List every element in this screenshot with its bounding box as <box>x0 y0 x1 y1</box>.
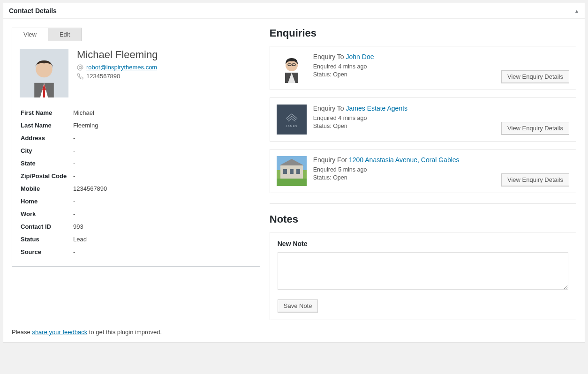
profile-info: Michael Fleeming robot@inspirythemes.com… <box>77 49 158 97</box>
detail-label: Contact ID <box>21 221 72 232</box>
table-row: StatusLead <box>21 233 251 245</box>
enquiry-prefix: Enquiry For <box>313 156 347 164</box>
footer-after: to get this plugin improved. <box>87 329 162 336</box>
detail-value: - <box>73 132 251 144</box>
enquiries-heading: Enquiries <box>270 27 576 39</box>
enquiry-thumbnail <box>277 53 307 83</box>
email-line: robot@inspirythemes.com <box>77 64 158 71</box>
svg-rect-22 <box>277 179 307 186</box>
table-row: Home- <box>21 195 251 207</box>
svg-rect-13 <box>277 105 307 135</box>
panel-body: View Edit <box>3 19 585 329</box>
table-row: Last NameFleeming <box>21 120 251 131</box>
detail-label: Work <box>21 208 72 220</box>
detail-value: - <box>73 170 251 182</box>
tab-edit[interactable]: Edit <box>48 28 82 41</box>
panel-title: Contact Details <box>9 7 57 15</box>
table-row: Mobile1234567890 <box>21 183 251 194</box>
svg-rect-21 <box>296 169 300 174</box>
tab-bar: View Edit <box>12 27 260 41</box>
avatar <box>20 49 68 97</box>
table-row: Work- <box>21 208 251 220</box>
new-note-input[interactable] <box>278 252 568 290</box>
detail-label: Status <box>21 233 72 245</box>
enquiry-time: Enquired 4 mins ago <box>313 115 569 121</box>
detail-label: City <box>21 145 72 157</box>
detail-label: Last Name <box>21 120 72 131</box>
detail-value: - <box>73 246 251 258</box>
table-row: City- <box>21 145 251 157</box>
enquiry-thumbnail <box>277 156 307 186</box>
enquiry-link[interactable]: John Doe <box>346 53 374 60</box>
enquiry-prefix: Enquiry To <box>313 53 344 60</box>
table-row: First NameMichael <box>21 107 251 119</box>
detail-value: Lead <box>73 233 251 245</box>
notes-card: New Note Save Note <box>270 232 576 320</box>
enquiry-time: Enquired 4 mins ago <box>313 63 569 70</box>
enquiry-title: Enquiry For 1200 Anastasia Avenue, Coral… <box>313 156 569 164</box>
save-note-button[interactable]: Save Note <box>278 299 318 312</box>
detail-value: 993 <box>73 221 251 232</box>
details-table: First NameMichaelLast NameFleemingAddres… <box>20 106 252 259</box>
enquiry-item: JAMES Enquiry To James Estate Agents Enq… <box>270 97 576 142</box>
detail-value: - <box>73 208 251 220</box>
table-row: Address- <box>21 132 251 144</box>
svg-rect-19 <box>283 169 287 174</box>
section-divider <box>270 203 576 204</box>
enquiry-time: Enquired 5 mins ago <box>313 166 569 173</box>
phone-icon <box>77 73 83 80</box>
enquiries-list: Enquiry To John Doe Enquired 4 mins ago … <box>270 46 576 193</box>
detail-value: - <box>73 157 251 169</box>
enquiry-link[interactable]: 1200 Anastasia Avenue, Coral Gables <box>349 156 460 164</box>
enquiry-link[interactable]: James Estate Agents <box>346 105 408 112</box>
notes-heading: Notes <box>270 213 576 225</box>
table-row: Contact ID993 <box>21 221 251 232</box>
svg-text:JAMES: JAMES <box>286 125 297 127</box>
table-row: Zip/Postal Code- <box>21 170 251 182</box>
profile-header: Michael Fleeming robot@inspirythemes.com… <box>20 49 252 97</box>
contact-name: Michael Fleeming <box>77 49 158 61</box>
left-column: View Edit <box>12 27 260 320</box>
phone-line: 1234567890 <box>77 73 158 80</box>
detail-label: State <box>21 157 72 169</box>
enquiry-title: Enquiry To John Doe <box>313 53 569 60</box>
footer-text: Please share your feedback to get this p… <box>3 329 585 342</box>
email-link[interactable]: robot@inspirythemes.com <box>86 64 157 71</box>
feedback-link[interactable]: share your feedback <box>32 329 87 336</box>
contact-details-panel: Contact Details ▲ View Edit <box>3 3 585 343</box>
enquiry-item: Enquiry To John Doe Enquired 4 mins ago … <box>270 46 576 90</box>
panel-header: Contact Details ▲ <box>3 3 585 19</box>
detail-value: - <box>73 195 251 207</box>
detail-label: Home <box>21 195 72 207</box>
detail-label: Address <box>21 132 72 144</box>
detail-label: Source <box>21 246 72 258</box>
enquiry-prefix: Enquiry To <box>313 105 344 112</box>
phone-text: 1234567890 <box>86 73 120 80</box>
table-row: Source- <box>21 246 251 258</box>
detail-value: - <box>73 145 251 157</box>
tab-view[interactable]: View <box>12 28 48 41</box>
right-column: Enquiries Enquiry To John Doe Enquired 4… <box>270 27 576 320</box>
view-enquiry-button[interactable]: View Enquiry Details <box>501 70 569 83</box>
enquiry-item: Enquiry For 1200 Anastasia Avenue, Coral… <box>270 149 576 193</box>
detail-label: First Name <box>21 107 72 119</box>
svg-rect-20 <box>290 169 294 174</box>
contact-card: Michael Fleeming robot@inspirythemes.com… <box>12 41 260 267</box>
enquiry-thumbnail: JAMES <box>277 105 307 135</box>
view-enquiry-button[interactable]: View Enquiry Details <box>501 122 569 135</box>
detail-value: Michael <box>73 107 251 119</box>
collapse-toggle-icon[interactable]: ▲ <box>574 8 579 14</box>
footer-before: Please <box>12 329 32 336</box>
enquiry-title: Enquiry To James Estate Agents <box>313 105 569 112</box>
svg-point-6 <box>79 66 82 68</box>
view-enquiry-button[interactable]: View Enquiry Details <box>501 173 569 186</box>
detail-value: 1234567890 <box>73 183 251 194</box>
new-note-label: New Note <box>278 240 568 247</box>
table-row: State- <box>21 157 251 169</box>
svg-rect-4 <box>43 90 45 97</box>
at-icon <box>77 64 83 71</box>
detail-label: Mobile <box>21 183 72 194</box>
detail-label: Zip/Postal Code <box>21 170 72 182</box>
detail-value: Fleeming <box>73 120 251 131</box>
